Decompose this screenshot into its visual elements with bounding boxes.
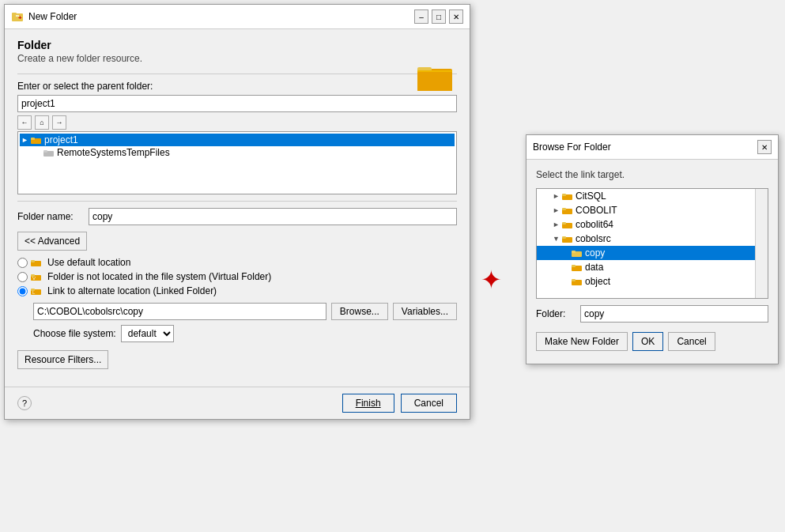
parent-folder-input[interactable] <box>17 95 457 112</box>
advanced-section: Use default location V Folder is not loc… <box>17 257 457 342</box>
tree-label-remote: RemoteSystemsTempFiles <box>57 147 170 158</box>
browse-folder-label: Folder: <box>536 308 576 319</box>
help-button[interactable]: ? <box>17 396 32 410</box>
tree-forward-button[interactable]: → <box>52 115 66 130</box>
folder-icon-large <box>416 61 454 95</box>
browse-label-cobolit64: cobolit64 <box>576 219 613 230</box>
tree-label-project1: project1 <box>44 134 78 145</box>
browse-item-cobolit[interactable]: ► COBOLIT <box>537 203 768 217</box>
radio-default-label: Use default location <box>47 257 130 268</box>
tree-back-button[interactable]: ← <box>17 115 32 130</box>
svg-text:+: + <box>18 14 22 21</box>
browse-item-object[interactable]: object <box>537 274 768 289</box>
browse-folder-field-row: Folder: <box>536 305 768 323</box>
browse-scrollbar[interactable] <box>755 189 768 298</box>
make-new-folder-button[interactable]: Make New Folder <box>536 332 628 351</box>
svg-rect-13 <box>31 260 35 262</box>
folder-name-input[interactable] <box>89 208 457 225</box>
svg-rect-11 <box>43 150 47 153</box>
browse-folder-input[interactable] <box>580 305 768 323</box>
browse-folder-dialog: Browse For Folder ✕ Select the link targ… <box>526 134 779 364</box>
svg-rect-29 <box>572 251 576 253</box>
radio-default-input[interactable] <box>17 258 28 268</box>
browse-ok-button[interactable]: OK <box>632 332 663 351</box>
browse-cancel-button[interactable]: Cancel <box>668 332 715 351</box>
radio-virtual-input[interactable] <box>17 272 28 282</box>
browse-button[interactable]: Browse... <box>331 303 388 320</box>
filesystem-label: Choose file system: <box>33 328 116 339</box>
browse-item-cobolsrc[interactable]: ▼ cobolsrc <box>537 232 768 246</box>
filesystem-select[interactable]: default <box>121 325 174 342</box>
svg-rect-23 <box>562 208 566 210</box>
dialog-titlebar: + New Folder – □ ✕ <box>5 5 470 29</box>
divider2 <box>17 201 457 202</box>
browse-close-button[interactable]: ✕ <box>757 140 772 154</box>
browse-titlebar-left: Browse For Folder <box>533 141 611 153</box>
minimize-button[interactable]: – <box>414 9 428 24</box>
svg-rect-25 <box>562 222 566 224</box>
browse-titlebar: Browse For Folder ✕ <box>526 135 778 160</box>
folder-name-label: Folder name: <box>17 211 89 222</box>
tree-item-remotesystems[interactable]: RemoteSystemsTempFiles <box>20 146 455 159</box>
browse-item-copy[interactable]: copy <box>537 246 768 260</box>
parent-folder-label: Enter or select the parent folder: <box>17 81 457 92</box>
new-folder-icon: + <box>11 10 24 23</box>
browse-label-data: data <box>585 262 603 273</box>
browse-item-citsql[interactable]: ► CitSQL <box>537 189 768 203</box>
browse-dialog-title: Browse For Folder <box>533 141 611 153</box>
location-row: Browse... Variables... <box>17 303 457 320</box>
radio-linked[interactable]: L Link to alternate location (Linked Fol… <box>17 285 457 296</box>
svg-text:V: V <box>32 276 36 281</box>
browse-label-copy: copy <box>585 247 605 258</box>
finish-button[interactable]: Finish <box>342 394 394 413</box>
browse-subtitle: Select the link target. <box>536 169 768 180</box>
new-folder-dialog: + New Folder – □ ✕ Folder Create a new f… <box>4 4 470 420</box>
variables-button[interactable]: Variables... <box>393 303 457 320</box>
browse-item-data[interactable]: data <box>537 260 768 274</box>
section-subtitle: Create a new folder resource. <box>17 53 457 64</box>
tree-item-project1[interactable]: ► project1 <box>20 134 455 146</box>
location-input[interactable] <box>33 303 326 320</box>
titlebar-controls: – □ ✕ <box>414 9 463 24</box>
dialog-footer: ? Finish Cancel <box>5 387 470 419</box>
maximize-button[interactable]: □ <box>432 9 446 24</box>
browse-item-cobolit64[interactable]: ► cobolit64 <box>537 217 768 232</box>
browse-tree: ► CitSQL ► COBOLIT ► <box>536 188 768 299</box>
arrow-cobolsrc: ▼ <box>553 235 562 243</box>
svg-rect-31 <box>572 265 576 267</box>
svg-rect-7 <box>417 72 452 91</box>
folder-name-row: Folder name: <box>17 208 457 225</box>
dialog-title: New Folder <box>28 11 77 22</box>
arrow-citsql: ► <box>553 192 562 200</box>
radio-group: Use default location V Folder is not loc… <box>17 257 457 296</box>
browse-label-citsql: CitSQL <box>576 191 606 202</box>
parent-folder-tree: ► project1 RemoteSystemsTempFiles <box>17 131 457 194</box>
browse-label-cobolit: COBOLIT <box>576 205 617 216</box>
radio-linked-label: Link to alternate location (Linked Folde… <box>47 285 217 296</box>
section-title: Folder <box>17 39 457 51</box>
browse-label-cobolsrc: cobolsrc <box>576 233 611 244</box>
cancel-button[interactable]: Cancel <box>401 394 457 413</box>
radio-default[interactable]: Use default location <box>17 257 457 268</box>
browse-titlebar-controls: ✕ <box>757 140 772 154</box>
resource-filters-button[interactable]: Resource Filters... <box>17 350 108 369</box>
browse-body: Select the link target. ► CitSQL ► <box>526 160 778 364</box>
svg-rect-21 <box>562 194 566 196</box>
titlebar-left: + New Folder <box>11 10 77 23</box>
tree-toolbar: ← ⌂ → <box>17 115 457 130</box>
close-button[interactable]: ✕ <box>449 9 463 24</box>
radio-virtual[interactable]: V Folder is not located in the file syst… <box>17 271 457 282</box>
arrow-cobolit64: ► <box>553 221 562 228</box>
radio-linked-input[interactable] <box>17 286 28 296</box>
filesystem-row: Choose file system: default <box>17 325 457 342</box>
dialog-body: Folder Create a new folder resource. Ent… <box>5 29 470 387</box>
svg-rect-1 <box>12 13 17 15</box>
svg-rect-9 <box>31 138 35 140</box>
advanced-button[interactable]: << Advanced <box>17 232 87 251</box>
radio-virtual-label: Folder is not located in the file system… <box>47 271 271 282</box>
svg-rect-33 <box>572 279 576 281</box>
tree-home-button[interactable]: ⌂ <box>35 115 49 130</box>
tree-arrow-project1: ► <box>21 136 31 144</box>
divider <box>17 74 457 74</box>
browse-footer: Make New Folder OK Cancel <box>536 329 768 357</box>
